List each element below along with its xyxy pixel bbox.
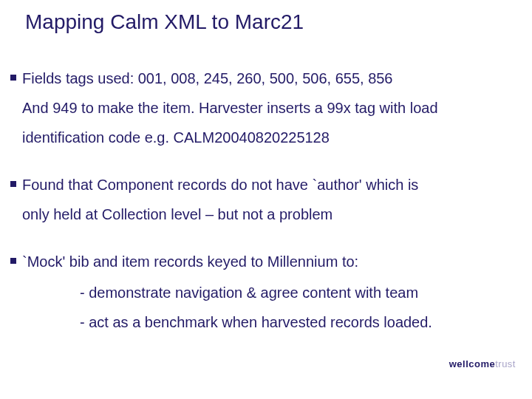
bullet-item: Found that Component records do not have… bbox=[10, 171, 517, 198]
bullet-item: Fields tags used: 001, 008, 245, 260, 50… bbox=[10, 65, 517, 92]
sub-item: - act as a benchmark when harvested reco… bbox=[80, 309, 517, 335]
bullet-continuation: identification code e.g. CALM20040820225… bbox=[22, 124, 517, 151]
bullet-continuation: only held at Collection level – but not … bbox=[22, 201, 517, 228]
sub-list: - demonstrate navigation & agree content… bbox=[80, 279, 517, 335]
bullet-item: `Mock' bib and item records keyed to Mil… bbox=[10, 248, 517, 275]
bullet-continuation: And 949 to make the item. Harvester inse… bbox=[22, 95, 517, 121]
logo-bold: wellcome bbox=[449, 358, 496, 369]
bullet-icon bbox=[10, 258, 16, 264]
bullet-icon bbox=[10, 181, 16, 187]
footer-logo: wellcometrust bbox=[449, 358, 516, 369]
logo-light: trust bbox=[495, 358, 516, 369]
bullet-icon bbox=[10, 75, 16, 81]
slide: Mapping Calm XML to Marc21 Fields tags u… bbox=[0, 0, 532, 399]
bullet-text: Fields tags used: 001, 008, 245, 260, 50… bbox=[22, 65, 517, 92]
slide-body: Fields tags used: 001, 008, 245, 260, 50… bbox=[10, 65, 517, 338]
sub-item: - demonstrate navigation & agree content… bbox=[80, 279, 517, 306]
bullet-text: `Mock' bib and item records keyed to Mil… bbox=[22, 248, 517, 275]
slide-title: Mapping Calm XML to Marc21 bbox=[25, 10, 304, 34]
bullet-text: Found that Component records do not have… bbox=[22, 171, 517, 198]
